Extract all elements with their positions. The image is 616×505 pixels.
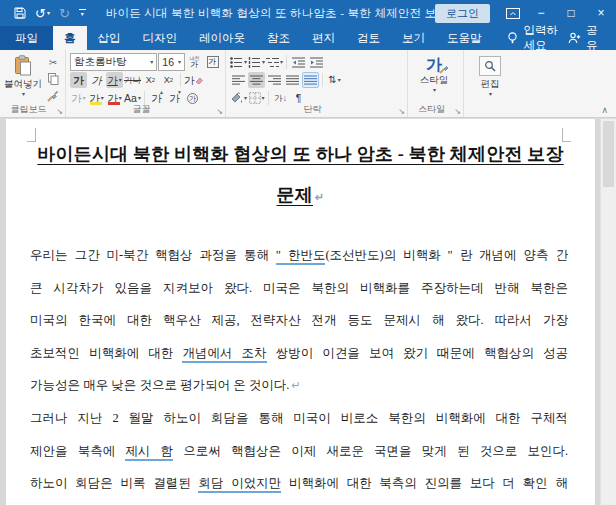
- window-title: 바이든 시대 북한 비핵화 협상의 또 하나암초 - 북한 체제안전 보장문제.…: [106, 6, 435, 21]
- text-run: 으로써 핵협상은 이제 새로운 국면을 맞게 된 것으로 보인다.: [173, 444, 568, 458]
- paragraph-mark: ↵: [315, 191, 324, 203]
- lightbulb-icon: [507, 32, 518, 45]
- share-label: 공유: [586, 23, 602, 53]
- styles-button[interactable]: 가 스타일 ▾: [412, 53, 456, 93]
- italic-button[interactable]: 가: [88, 72, 105, 88]
- phonetic-guide-button[interactable]: 내천가: [186, 54, 203, 70]
- tab-mailings[interactable]: 편지: [301, 26, 346, 50]
- justify-icon: [286, 75, 299, 86]
- decrease-indent-button[interactable]: [290, 54, 307, 70]
- styles-icon: 가: [426, 56, 442, 74]
- tab-file[interactable]: 파일: [0, 26, 53, 50]
- chevron-down-icon: ▾: [178, 59, 181, 65]
- grammar-underlined-text: " 한반도: [276, 248, 326, 265]
- bullets-button[interactable]: ▾: [230, 54, 247, 70]
- quick-access-toolbar: ↺▾ ↻ ▾: [0, 7, 86, 20]
- ribbon-tab-row: 파일홈삽입디자인레이아웃참조편지검토보기도움말 입력하세요 공유: [0, 26, 616, 50]
- font-size-select[interactable]: 16▾: [158, 53, 185, 71]
- login-button[interactable]: 로그인: [435, 4, 490, 23]
- dialog-launcher-icon[interactable]: ↘: [398, 108, 405, 116]
- tab-help[interactable]: 도움말: [436, 26, 493, 50]
- superscript-button[interactable]: X2: [160, 72, 177, 88]
- decrease-indent-icon: [292, 57, 305, 68]
- text-run: 큰 시각차가 있음을 지켜보아 왔다. 미국은 북한의 비핵화를 주장하는데 반…: [30, 281, 568, 295]
- title-line: 바이든시대 북한 비핵화 협상의 또 하나 암초 - 북한 체제안전 보장: [6, 134, 595, 175]
- undo-button[interactable]: ↺▾: [35, 7, 50, 20]
- clear-formatting-button[interactable]: 가: [184, 72, 203, 88]
- increase-indent-icon: [310, 57, 323, 68]
- bullets-icon: [230, 57, 243, 68]
- multilevel-list-button[interactable]: ▾: [266, 54, 283, 70]
- line-spacing-button[interactable]: ⇅▾: [326, 72, 343, 88]
- tab-home[interactable]: 홈: [53, 26, 87, 50]
- person-icon: [568, 32, 581, 44]
- underline-button[interactable]: 가▾: [106, 72, 123, 88]
- font-name-select[interactable]: 함초롬바탕▾: [70, 53, 157, 71]
- align-left-button[interactable]: [230, 72, 247, 88]
- phonetic-guide-icon: 내천가: [190, 56, 200, 69]
- format-painter-button[interactable]: [45, 89, 61, 103]
- font-size-value: 16: [162, 56, 174, 68]
- text-line: 제안을 북측에 제시 함 으로써 핵협상은 이제 새로운 국면을 맞게 된 것으…: [30, 435, 568, 468]
- strikethrough-button[interactable]: 가나: [124, 72, 141, 88]
- paste-label: 붙여넣기: [4, 78, 42, 91]
- scrollbar-thumb[interactable]: [603, 121, 614, 187]
- text-line: 우리는 그간 미-북간 핵협상 과정을 통해 " 한반도(조선반도)의 비핵화 …: [30, 239, 568, 272]
- text-run: 초보적인 비핵화에 대한: [30, 346, 182, 360]
- tab-insert[interactable]: 삽입: [87, 26, 132, 50]
- tell-me-box[interactable]: 입력하세요: [507, 26, 569, 50]
- copy-button[interactable]: [45, 72, 61, 86]
- clipboard-group-label: 클립보드: [0, 103, 57, 116]
- text-run: 비핵화에 대한 북측의 진의를 보다 더 확인 해: [281, 476, 568, 490]
- grammar-underlined-text: 개념에서 조차: [182, 346, 266, 363]
- bold-button[interactable]: 가: [70, 72, 87, 88]
- margin-corner-mark: [27, 128, 36, 142]
- dialog-launcher-icon[interactable]: ↘: [56, 108, 63, 116]
- scrollbar[interactable]: [600, 119, 616, 505]
- clipboard-group: 붙여넣기 ▾ ✂ 클립보드 ↘: [0, 50, 66, 117]
- text-run: 쌍방이 이견을 보여 왔기 때문에 핵협상의 성공: [267, 346, 568, 360]
- ribbon-tabs: 파일홈삽입디자인레이아웃참조편지검토보기도움말: [0, 26, 493, 50]
- margin-corner-mark: [562, 128, 571, 142]
- document-page[interactable]: 바이든시대 북한 비핵화 협상의 또 하나 암초 - 북한 체제안전 보장 문제…: [6, 119, 595, 505]
- cut-button[interactable]: ✂: [45, 55, 61, 69]
- editing-button[interactable]: 편집 ▾: [468, 53, 512, 97]
- editing-label: 편집: [481, 78, 500, 91]
- character-border-button[interactable]: 가: [204, 54, 221, 70]
- numbering-button[interactable]: ▾: [248, 54, 265, 70]
- customize-toolbar-button[interactable]: ▾: [79, 9, 86, 17]
- paragraph-mark: ↵: [291, 379, 300, 391]
- document-title: 바이든시대 북한 비핵화 협상의 또 하나 암초 - 북한 체제안전 보장 문제…: [6, 134, 595, 218]
- tab-review[interactable]: 검토: [346, 26, 391, 50]
- subscript-button[interactable]: X2: [142, 72, 159, 88]
- dialog-launcher-icon[interactable]: ↘: [454, 108, 461, 116]
- save-icon[interactable]: [14, 7, 26, 19]
- redo-button[interactable]: ↻: [59, 7, 70, 20]
- align-left-icon: [232, 75, 245, 86]
- align-right-icon: [268, 75, 281, 86]
- tab-view[interactable]: 보기: [391, 26, 436, 50]
- collapse-ribbon-button[interactable]: ∧: [601, 105, 608, 115]
- tab-references[interactable]: 참조: [256, 26, 301, 50]
- text-line: 초보적인 비핵화에 대한 개념에서 조차 쌍방이 이견을 보여 왔기 때문에 핵…: [30, 337, 568, 370]
- multilevel-list-icon: [266, 57, 279, 68]
- character-border-icon: 가: [207, 56, 219, 68]
- tab-layout[interactable]: 레이아웃: [188, 26, 256, 50]
- text-run: 제안을 북측에: [30, 444, 125, 458]
- text-run: (조선반도)의 비핵화 " 란 개념에 양측 간: [325, 248, 568, 262]
- dialog-launcher-icon[interactable]: ↘: [216, 108, 223, 116]
- tab-design[interactable]: 디자인: [132, 26, 189, 50]
- chevron-down-icon: ▾: [47, 10, 50, 16]
- justify-button[interactable]: [284, 72, 301, 88]
- align-right-button[interactable]: [266, 72, 283, 88]
- text-run: 우리는 그간 미-북간 핵협상 과정을 통해: [30, 248, 276, 262]
- enclose-characters-icon: 가: [187, 93, 198, 104]
- styles-group: 가 스타일 ▾ 스타일 ↘: [408, 50, 464, 117]
- increase-indent-button[interactable]: [308, 54, 325, 70]
- share-button[interactable]: 공유: [568, 26, 616, 50]
- align-center-button[interactable]: [248, 72, 265, 88]
- distribute-button[interactable]: [302, 72, 319, 88]
- ribbon-display-options-icon[interactable]: [506, 8, 520, 19]
- paste-button[interactable]: 붙여넣기 ▾: [4, 53, 42, 103]
- word-window: { "titlebar": { "document_title": "바이든 시…: [0, 0, 616, 505]
